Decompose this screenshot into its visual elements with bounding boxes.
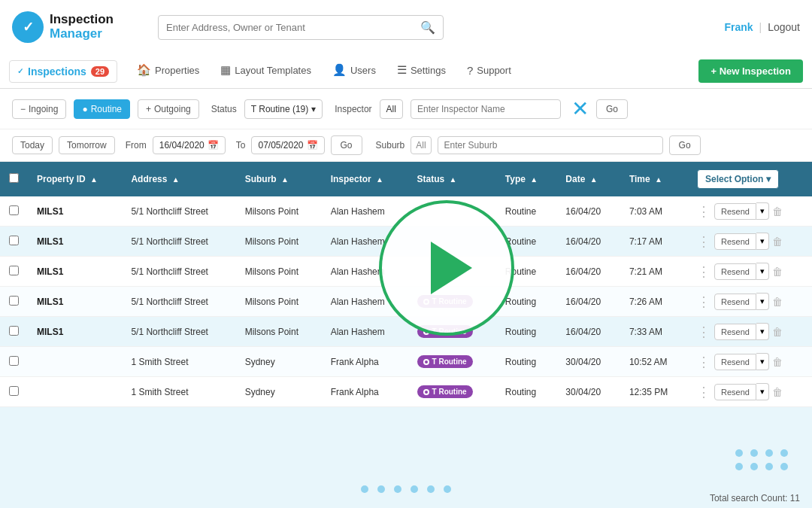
search-bar[interactable]: 🔍 bbox=[158, 15, 444, 40]
nav-inspections[interactable]: ✓ Inspections 29 bbox=[9, 60, 117, 83]
video-play-overlay[interactable] bbox=[379, 200, 514, 336]
resend-wrap: Resend ▾ bbox=[714, 263, 769, 280]
sidebar-item-settings[interactable]: ☰ Settings bbox=[386, 54, 456, 88]
filter-go-button[interactable]: Go bbox=[596, 99, 628, 119]
date-go-button[interactable]: Go bbox=[331, 135, 362, 155]
search-input[interactable] bbox=[166, 22, 420, 33]
inspector-name-input[interactable] bbox=[411, 99, 561, 119]
to-date-input[interactable]: 07/05/2020 📅 bbox=[251, 136, 324, 154]
inspector-all-select[interactable]: All bbox=[380, 99, 403, 119]
from-date-input[interactable]: 16/04/2020 📅 bbox=[153, 136, 226, 154]
tomorrow-button[interactable]: Tomorrow bbox=[59, 136, 115, 154]
col-suburb[interactable]: Suburb ▲ bbox=[236, 162, 322, 196]
row-checkbox-cell[interactable] bbox=[0, 317, 28, 347]
row-checkbox[interactable] bbox=[9, 266, 19, 275]
action-dots[interactable]: ⋮ bbox=[697, 263, 711, 280]
cell-address: 1 Smith Street bbox=[122, 377, 235, 407]
row-checkbox[interactable] bbox=[9, 205, 19, 215]
cell-address: 5/1 Northcliff Street bbox=[122, 196, 235, 227]
action-dots[interactable]: ⋮ bbox=[697, 203, 711, 220]
col-status[interactable]: Status ▲ bbox=[408, 162, 496, 196]
action-dots[interactable]: ⋮ bbox=[697, 233, 711, 250]
resend-dropdown-button[interactable]: ▾ bbox=[756, 383, 769, 400]
trash-icon[interactable]: 🗑 bbox=[772, 356, 783, 368]
select-all-header[interactable] bbox=[0, 162, 28, 196]
outgoing-button[interactable]: + Outgoing bbox=[138, 99, 199, 119]
trash-icon[interactable]: 🗑 bbox=[772, 296, 783, 308]
sidebar-item-layout-templates[interactable]: ▦ Layout Templates bbox=[210, 54, 322, 88]
action-dots[interactable]: ⋮ bbox=[697, 384, 711, 400]
sidebar-item-users[interactable]: 👤 Users bbox=[322, 54, 386, 88]
to-date-value: 07/05/2020 bbox=[258, 140, 303, 151]
row-checkbox-cell[interactable] bbox=[0, 227, 28, 257]
circle-icon: ● bbox=[82, 104, 87, 114]
resend-button[interactable]: Resend bbox=[714, 233, 756, 250]
cell-inspector: Alan Hashem bbox=[322, 317, 408, 347]
row-checkbox-cell[interactable] bbox=[0, 196, 28, 227]
resend-button[interactable]: Resend bbox=[714, 203, 756, 220]
sidebar-item-properties[interactable]: 🏠 Properties bbox=[126, 54, 210, 88]
cell-inspector: Frank Alpha bbox=[322, 347, 408, 377]
cell-property-id: MILS1 bbox=[28, 317, 122, 347]
resend-button[interactable]: Resend bbox=[714, 354, 756, 370]
resend-wrap: Resend ▾ bbox=[714, 353, 769, 370]
trash-icon[interactable]: 🗑 bbox=[772, 205, 783, 217]
col-time[interactable]: Time ▲ bbox=[620, 162, 688, 196]
action-dots[interactable]: ⋮ bbox=[697, 294, 711, 310]
ingoing-button[interactable]: − Ingoing bbox=[12, 99, 66, 119]
new-inspection-button[interactable]: + New Inspection bbox=[698, 59, 803, 83]
users-icon: 👤 bbox=[332, 63, 347, 77]
resend-dropdown-button[interactable]: ▾ bbox=[756, 293, 769, 310]
resend-dropdown-button[interactable]: ▾ bbox=[756, 233, 769, 250]
cell-type: Routing bbox=[496, 347, 557, 377]
to-label: To bbox=[236, 140, 246, 151]
table-row: 1 Smith Street Sydney Frank Alpha T Rout… bbox=[0, 377, 812, 407]
action-dots[interactable]: ⋮ bbox=[697, 354, 711, 370]
resend-button[interactable]: Resend bbox=[714, 263, 756, 280]
row-checkbox-cell[interactable] bbox=[0, 287, 28, 317]
col-property-id[interactable]: Property ID ▲ bbox=[28, 162, 122, 196]
cell-address: 5/1 Northcliff Street bbox=[122, 287, 235, 317]
row-checkbox-cell[interactable] bbox=[0, 377, 28, 407]
resend-button[interactable]: Resend bbox=[714, 324, 756, 340]
action-dots[interactable]: ⋮ bbox=[697, 324, 711, 340]
suburb-input[interactable] bbox=[438, 136, 663, 154]
trash-icon[interactable]: 🗑 bbox=[772, 236, 783, 248]
resend-button[interactable]: Resend bbox=[714, 294, 756, 310]
clear-button[interactable]: ✕ bbox=[571, 96, 589, 121]
resend-wrap: Resend ▾ bbox=[714, 323, 769, 340]
row-checkbox[interactable] bbox=[9, 236, 19, 245]
select-option-button[interactable]: Select Option ▾ bbox=[697, 169, 779, 189]
filter-bar: − Ingoing ● Routine + Outgoing Status T … bbox=[0, 89, 812, 129]
cell-time: 7:33 AM bbox=[620, 317, 688, 347]
row-checkbox-cell[interactable] bbox=[0, 257, 28, 287]
search-icon: 🔍 bbox=[420, 20, 435, 35]
resend-dropdown-button[interactable]: ▾ bbox=[756, 202, 769, 220]
row-checkbox[interactable] bbox=[9, 386, 19, 396]
select-option-label: Select Option bbox=[705, 174, 763, 184]
suburb-go-button[interactable]: Go bbox=[669, 135, 701, 155]
col-address[interactable]: Address ▲ bbox=[122, 162, 235, 196]
trash-icon[interactable]: 🗑 bbox=[772, 326, 783, 338]
trash-icon[interactable]: 🗑 bbox=[772, 266, 783, 278]
select-all-checkbox[interactable] bbox=[9, 173, 19, 183]
logout-link[interactable]: Logout bbox=[768, 21, 800, 33]
col-type[interactable]: Type ▲ bbox=[496, 162, 557, 196]
resend-dropdown-button[interactable]: ▾ bbox=[756, 353, 769, 370]
routine-button[interactable]: ● Routine bbox=[74, 99, 130, 119]
status-select[interactable]: T Routine (19) ▾ bbox=[244, 99, 323, 119]
col-date[interactable]: Date ▲ bbox=[556, 162, 620, 196]
row-checkbox[interactable] bbox=[9, 296, 19, 306]
resend-dropdown-button[interactable]: ▾ bbox=[756, 263, 769, 280]
row-checkbox-cell[interactable] bbox=[0, 347, 28, 377]
sidebar-item-support[interactable]: ? Support bbox=[456, 55, 522, 88]
col-action[interactable]: Select Option ▾ bbox=[688, 162, 812, 196]
col-inspector[interactable]: Inspector ▲ bbox=[322, 162, 408, 196]
resend-dropdown-button[interactable]: ▾ bbox=[756, 323, 769, 340]
today-button[interactable]: Today bbox=[12, 136, 53, 154]
trash-icon[interactable]: 🗑 bbox=[772, 386, 783, 398]
row-checkbox[interactable] bbox=[9, 356, 19, 366]
resend-button[interactable]: Resend bbox=[714, 384, 756, 400]
suburb-all[interactable]: All bbox=[411, 136, 431, 154]
row-checkbox[interactable] bbox=[9, 326, 19, 336]
